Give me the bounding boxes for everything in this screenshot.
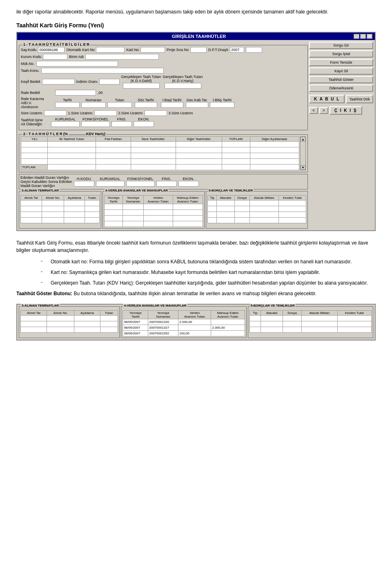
- section5b-box: 5-BORÇLAR VE TEMLİKLER Tip Alacaklı Dosy…: [248, 306, 373, 338]
- s4b-col1: YevmiyeTarihi: [123, 311, 148, 319]
- oto-kart-input[interactable]: [96, 47, 125, 53]
- ekon2-input[interactable]: [178, 181, 199, 187]
- s5b-col5: Kesilen Tutar: [338, 311, 372, 316]
- next-btn[interactable]: >: [319, 107, 328, 114]
- sorgu-gir-btn[interactable]: Sorgu Gir: [309, 42, 373, 49]
- table-row: 08/05/2007 20070001320 2.000,00: [123, 319, 245, 325]
- description-para1: Taahhüt Kartı Giriş Formu, esas itibariy…: [16, 239, 376, 254]
- sure3-input[interactable]: [145, 110, 167, 116]
- bullet2-row: - Kart no: Saymanlıkça girilen kart numa…: [41, 269, 376, 276]
- table-row: [207, 218, 306, 223]
- section2-table-wrapper: YILI İlk Taahhüt Tutarı Fiat Farkları İl…: [21, 136, 299, 170]
- kart-no-input[interactable]: [140, 47, 165, 53]
- scroll-down[interactable]: ▼: [301, 165, 305, 170]
- fins2-input[interactable]: [156, 181, 177, 187]
- s5-col5: Kesilen Tutar: [279, 196, 306, 200]
- say-kodu-input[interactable]: [38, 47, 65, 53]
- row-ihale: İhale Bedeli ,00: [21, 90, 306, 96]
- aitdv-label: AitD.V.: [21, 101, 53, 105]
- form-body: 1 - T A A H H Ü T E A İ T B İ L G İ L E …: [17, 40, 375, 230]
- dpt-input[interactable]: [230, 47, 244, 53]
- title-bar: GİRİŞİLEN TAAHHÜTLER _ □ ✕: [17, 33, 375, 40]
- ekon2-label: EKON.: [183, 177, 194, 181]
- odeme-kesinti-btn[interactable]: Ödeme/Kesinti: [309, 85, 373, 92]
- kayit-sil-btn[interactable]: Kayıt Sil: [309, 67, 373, 75]
- muk-no-input[interactable]: [36, 61, 118, 67]
- value-00: ,00: [98, 91, 103, 95]
- kurumsal-label: KURUMSAL: [55, 117, 76, 121]
- col-yili: YILI: [21, 137, 48, 142]
- kabul-btn[interactable]: K A B U L: [309, 95, 345, 103]
- fins2-label: FİNS.: [162, 177, 171, 181]
- table-row: [207, 212, 306, 218]
- ibasl-tarihi-label: İ.Başl.Tarihi: [163, 98, 182, 102]
- sure1-input[interactable]: [44, 110, 67, 116]
- indirim-label: İndirim Oranı: [76, 80, 98, 84]
- ibitis-input[interactable]: [210, 102, 234, 108]
- bullet1-dash: -: [41, 258, 46, 265]
- section4b-label: 4-VERİLEN AVANSLAR VE MAHSUPLAR: [123, 304, 187, 307]
- tarihi-input[interactable]: [55, 102, 80, 108]
- form-temizle-btn[interactable]: Form Temizle: [309, 59, 373, 66]
- kesif-input[interactable]: [42, 79, 75, 85]
- section4b-box: 4-VERİLEN AVANSLAR VE MAHSUPLAR YevmiyeT…: [121, 306, 246, 338]
- section3-box: 3-ALINAN TEMİNATLAR Alındı Tar Alındı No…: [19, 191, 101, 229]
- ihale-bedeli-label: İhale Bedeli: [21, 91, 53, 95]
- section4-table: YevmiyeTarihi YevmiyeNumarası VerilenAva…: [104, 195, 203, 227]
- right-panel: Sorgu Gir Sorgu İptal Form Temizle Kayıt…: [309, 42, 373, 229]
- taah-konu-input[interactable]: [41, 68, 164, 73]
- maximize-btn[interactable]: □: [360, 34, 366, 39]
- kurum-kodu-input[interactable]: [43, 54, 67, 60]
- table-row: [21, 159, 299, 165]
- ekon-input[interactable]: [134, 121, 154, 127]
- proje-sira-input[interactable]: [190, 47, 207, 53]
- dpt-sira-input[interactable]: [246, 47, 262, 53]
- minimize-btn[interactable]: _: [354, 34, 359, 39]
- sorgu-iptal-btn[interactable]: Sorgu İptal: [309, 50, 373, 58]
- bullet1-text: Otomatik kart no: Forma bilgi girişleri …: [51, 258, 376, 265]
- tahhut-goster-btn[interactable]: Taahhüt Göster: [309, 76, 373, 83]
- table-row: 08/05/2007 20070001327 2.000,00: [123, 325, 245, 331]
- kurumsal-input[interactable]: [51, 121, 80, 127]
- tahhut-dok-btn[interactable]: Taahhüt Dök: [346, 95, 373, 103]
- gerceklesen2-input[interactable]: [165, 83, 201, 89]
- col-ilave: İlave Taahhütler: [131, 137, 176, 142]
- ibasl-input[interactable]: [161, 102, 183, 108]
- section-title-new-form: Taahhüt Kartı Giriş Formu (Yeni): [16, 22, 376, 29]
- close-btn[interactable]: ✕: [367, 34, 372, 39]
- indirim-input[interactable]: [99, 79, 120, 85]
- soz-tarihi-input[interactable]: [135, 102, 157, 108]
- bullet2-text: Kart no: Saymanlıkça girilen kart numara…: [51, 269, 376, 276]
- toplam-row: TOPLAM: [21, 165, 299, 170]
- edinilen-row: Edinilen Maddi Duran Varlığın Geçici Kab…: [19, 174, 308, 189]
- cikis-btn[interactable]: Ç I K I Ş: [330, 106, 362, 115]
- birim-adi-label: Birim Adı: [69, 55, 84, 59]
- kurumsal2-input[interactable]: [96, 181, 125, 187]
- col-fiat: Fiat Farkları: [96, 137, 131, 142]
- ihale-kararina-label: İhale Kararına: [21, 97, 53, 101]
- tutari-input[interactable]: [107, 102, 132, 108]
- section2-scrollbar: ▲ ▼: [300, 136, 306, 170]
- fins-input[interactable]: [111, 121, 132, 127]
- sure2-input[interactable]: [94, 110, 117, 116]
- numarasi-input[interactable]: [81, 102, 106, 108]
- gerceklesen2-sub: (K.D.V.Hariç): [172, 79, 194, 83]
- ibitis-label: İ.Bitiş Tarihi: [213, 98, 232, 102]
- fonksiyonel2-input[interactable]: [126, 181, 155, 187]
- fonksiyonel-input[interactable]: [81, 121, 110, 127]
- birim-adi-input[interactable]: [85, 54, 159, 60]
- scroll-up[interactable]: ▲: [301, 137, 305, 142]
- table-row: [207, 206, 306, 212]
- prev-btn[interactable]: <: [309, 107, 318, 114]
- table-row: [21, 327, 118, 333]
- s4b-col3: VerilenAvansın Tutarı: [178, 311, 211, 319]
- main-form-window: GİRİŞİLEN TAAHHÜTLER _ □ ✕ 1 - T A A H H…: [16, 32, 376, 231]
- gerceklesen1-input[interactable]: [123, 83, 160, 89]
- hkodu-input[interactable]: [74, 181, 94, 187]
- s5-col4: Alacak Miktarı: [249, 196, 278, 200]
- section3b-label: 3-ALINAN TEMİNATLAR: [21, 304, 60, 307]
- ihale-bedeli-input[interactable]: [55, 90, 96, 96]
- s3b-col4: Tutarı: [100, 311, 118, 316]
- s3b-col2: Alındı No.: [47, 311, 74, 316]
- gec-kab-input[interactable]: [186, 102, 208, 108]
